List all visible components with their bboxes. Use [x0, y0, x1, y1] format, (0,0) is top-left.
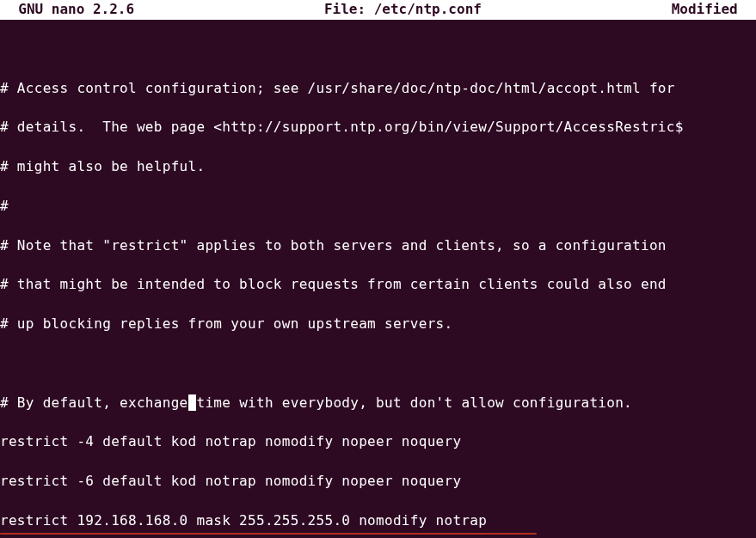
nano-title-bar: GNU nano 2.2.6 File: /etc/ntp.conf Modif… [0, 0, 756, 20]
text-before-cursor: # By default, exchange [0, 394, 188, 411]
editor-line-cursor: # By default, exchange time with everybo… [0, 394, 756, 413]
editor-line [0, 354, 756, 374]
editor-line: # up blocking replies from your own upst… [0, 315, 756, 334]
red-underline-annotation [0, 533, 537, 535]
editor-content[interactable]: # Access control configuration; see /usr… [0, 20, 756, 538]
editor-line: restrict -6 default kod notrap nomodify … [0, 472, 756, 492]
editor-line: # [0, 197, 756, 217]
nano-version: GNU nano 2.2.6 [2, 0, 134, 20]
editor-line: # Access control configuration; see /usr… [0, 79, 756, 99]
text-cursor [188, 394, 197, 411]
editor-line: # Note that "restrict" applies to both s… [0, 236, 756, 256]
highlighted-text: restrict 192.168.168.0 mask 255.255.255.… [0, 512, 487, 529]
nano-file-path: File: /etc/ntp.conf [324, 0, 482, 20]
editor-line: restrict -4 default kod notrap nomodify … [0, 432, 756, 452]
editor-line: # details. The web page <http://support.… [0, 118, 756, 138]
nano-modified-status: Modified [672, 0, 754, 20]
editor-line [0, 40, 756, 59]
text-after-cursor: time with everybody, but don't allow con… [196, 394, 632, 411]
editor-line-highlighted: restrict 192.168.168.0 mask 255.255.255.… [0, 511, 487, 531]
editor-line: # might also be helpful. [0, 157, 756, 177]
editor-line: # that might be intended to block reques… [0, 275, 756, 295]
editor-line [0, 531, 756, 538]
